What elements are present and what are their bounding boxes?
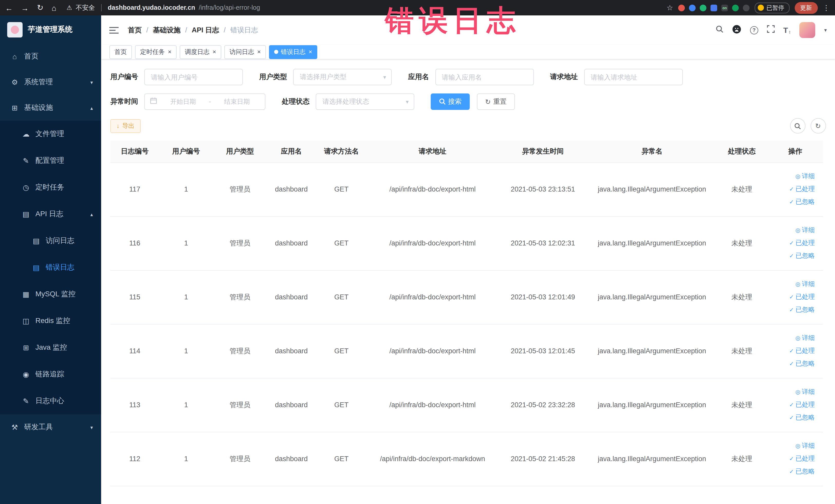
mark-ignored-link[interactable]: ✓已忽略 xyxy=(789,360,815,368)
action-label: 已处理 xyxy=(795,401,815,409)
mark-processed-link[interactable]: ✓已处理 xyxy=(789,455,815,463)
mark-processed-link[interactable]: ✓已处理 xyxy=(789,185,815,194)
user-id-input[interactable] xyxy=(144,69,243,85)
sidebar-item-access-logs[interactable]: ▤访问日志 xyxy=(0,227,101,254)
close-icon[interactable]: × xyxy=(257,49,261,55)
bookmark-star-icon[interactable]: ☆ xyxy=(667,4,673,12)
extension-dark[interactable] xyxy=(743,4,750,11)
tab-label: 访问日志 xyxy=(229,47,254,56)
fullscreen-icon[interactable] xyxy=(767,25,775,35)
home-icon[interactable]: ⌂ xyxy=(52,3,56,12)
address-bar[interactable]: ⚠ 不安全 dashboard.yudao.iocoder.cn /infra/… xyxy=(66,3,260,12)
avatar[interactable] xyxy=(799,22,815,38)
sidebar-item-home[interactable]: ⌂首页 xyxy=(0,44,101,69)
date-range-picker[interactable]: 开始日期 - 结束日期 xyxy=(144,94,265,110)
mark-ignored-link[interactable]: ✓已忽略 xyxy=(789,414,815,422)
mark-ignored-link[interactable]: ✓已忽略 xyxy=(789,198,815,206)
sidebar-item-label: API 日志 xyxy=(36,209,63,219)
browser-menu-icon[interactable]: ⋮ xyxy=(823,4,830,12)
refresh-table-button[interactable]: ↻ xyxy=(810,118,826,134)
sidebar-item-file-management[interactable]: ☁文件管理 xyxy=(0,121,101,147)
mark-processed-link[interactable]: ✓已处理 xyxy=(789,347,815,355)
sidebar: 芋道管理系统 ⌂首页⚙系统管理▾⊞基础设施▴☁文件管理✎配置管理◷定时任务▤AP… xyxy=(0,15,101,504)
sidebar-item-redis-monitor[interactable]: ◫Redis 监控 xyxy=(0,308,101,334)
tab-错误日志[interactable]: 错误日志× xyxy=(269,45,317,59)
export-button[interactable]: ↓ 导出 xyxy=(110,119,141,133)
chevron-down-icon[interactable]: ▾ xyxy=(824,27,827,33)
sidebar-item-label: 访问日志 xyxy=(46,236,75,245)
help-icon[interactable]: ? xyxy=(750,26,758,34)
extension-dark-green[interactable] xyxy=(732,4,739,11)
paused-badge[interactable]: 已暂停 xyxy=(755,2,789,13)
logo[interactable]: 芋道管理系统 xyxy=(0,15,101,44)
search-button[interactable]: 搜索 xyxy=(431,94,470,110)
process-status-select[interactable]: 请选择处理状态 ▾ xyxy=(316,94,414,110)
mark-processed-link[interactable]: ✓已处理 xyxy=(789,401,815,409)
sidebar-item-scheduled-tasks[interactable]: ◷定时任务 xyxy=(0,174,101,201)
action-label: 已处理 xyxy=(795,185,815,194)
cell-time: 2021-05-03 12:01:49 xyxy=(498,270,588,324)
sidebar-item-infrastructure[interactable]: ⊞基础设施▴ xyxy=(0,95,101,121)
reload-icon[interactable]: ↻ xyxy=(37,3,43,12)
update-button[interactable]: 更新 xyxy=(794,2,817,14)
mark-ignored-link[interactable]: ✓已忽略 xyxy=(789,305,815,314)
layers-icon: ◫ xyxy=(22,317,30,325)
sidebar-item-api-logs[interactable]: ▤API 日志▴ xyxy=(0,201,101,227)
detail-link[interactable]: ◎详细 xyxy=(795,442,815,450)
tab-定时任务[interactable]: 定时任务× xyxy=(135,45,177,59)
mark-processed-link[interactable]: ✓已处理 xyxy=(789,293,815,301)
extension-blue[interactable] xyxy=(689,4,696,11)
breadcrumb-item[interactable]: API 日志 xyxy=(192,25,219,35)
sidebar-item-config-management[interactable]: ✎配置管理 xyxy=(0,147,101,174)
detail-link[interactable]: ◎详细 xyxy=(795,280,815,288)
hamburger-icon[interactable] xyxy=(109,26,119,34)
table-header-row: 日志编号用户编号用户类型应用名请求方法名请求地址异常发生时间异常名处理状态操作 xyxy=(110,141,823,162)
forward-icon[interactable]: → xyxy=(21,3,29,12)
toggle-search-button[interactable] xyxy=(790,118,805,134)
check-icon: ✓ xyxy=(789,294,794,300)
action-label: 已处理 xyxy=(795,239,815,247)
mark-ignored-link[interactable]: ✓已忽略 xyxy=(789,251,815,260)
detail-link[interactable]: ◎详细 xyxy=(795,334,815,343)
extension-green[interactable] xyxy=(700,4,707,11)
sidebar-item-link-tracing[interactable]: ◉链路追踪 xyxy=(0,361,101,388)
github-icon[interactable] xyxy=(732,24,741,36)
close-icon[interactable]: × xyxy=(212,49,216,55)
sidebar-item-java-monitor[interactable]: ⊞Java 监控 xyxy=(0,334,101,361)
tab-访问日志[interactable]: 访问日志× xyxy=(224,45,266,59)
sidebar-item-log-center[interactable]: ✎日志中心 xyxy=(0,388,101,415)
sidebar-item-error-logs[interactable]: ▤错误日志 xyxy=(0,254,101,281)
chevron-down-icon: ▾ xyxy=(90,79,93,85)
action-label: 已忽略 xyxy=(795,198,815,206)
mark-processed-link[interactable]: ✓已处理 xyxy=(789,239,815,247)
breadcrumb-item[interactable]: 基础设施 xyxy=(153,25,181,35)
search-icon[interactable] xyxy=(716,25,724,35)
close-icon[interactable]: × xyxy=(168,49,171,55)
user-type-select[interactable]: 请选择用户类型 ▾ xyxy=(293,69,392,85)
detail-link[interactable]: ◎详细 xyxy=(795,172,815,181)
sidebar-item-mysql-monitor[interactable]: ▦MySQL 监控 xyxy=(0,281,101,308)
close-icon[interactable]: × xyxy=(308,49,312,55)
detail-link[interactable]: ◎详细 xyxy=(795,226,815,235)
tab-调度日志[interactable]: 调度日志× xyxy=(180,45,221,59)
sidebar-item-system-management[interactable]: ⚙系统管理▾ xyxy=(0,69,101,95)
check-icon: ✓ xyxy=(789,402,794,408)
sidebar-item-dev-tools[interactable]: ⚒研发工具▾ xyxy=(0,415,101,440)
extension-on-badge[interactable]: on xyxy=(721,4,728,11)
tab-首页[interactable]: 首页 xyxy=(109,45,132,59)
filter-user-type: 用户类型 请选择用户类型 ▾ xyxy=(259,69,392,85)
breadcrumb-item[interactable]: 首页 xyxy=(128,25,142,35)
request-url-input[interactable] xyxy=(584,69,683,85)
reset-button[interactable]: ↻ 重置 xyxy=(477,94,515,110)
app-name-input[interactable] xyxy=(435,69,534,85)
extension-red[interactable] xyxy=(678,4,685,11)
back-icon[interactable]: ← xyxy=(5,3,13,12)
extension-blue-square[interactable] xyxy=(711,4,717,11)
font-size-icon[interactable]: T↕ xyxy=(783,26,791,35)
column-header: 应用名 xyxy=(267,141,316,162)
row-actions: ◎详细✓已处理✓已忽略 xyxy=(771,172,820,206)
chevron-down-icon: ▾ xyxy=(406,98,409,105)
mark-ignored-link[interactable]: ✓已忽略 xyxy=(789,467,815,476)
detail-link[interactable]: ◎详细 xyxy=(795,388,815,397)
sidebar-item-label: 研发工具 xyxy=(24,423,53,432)
